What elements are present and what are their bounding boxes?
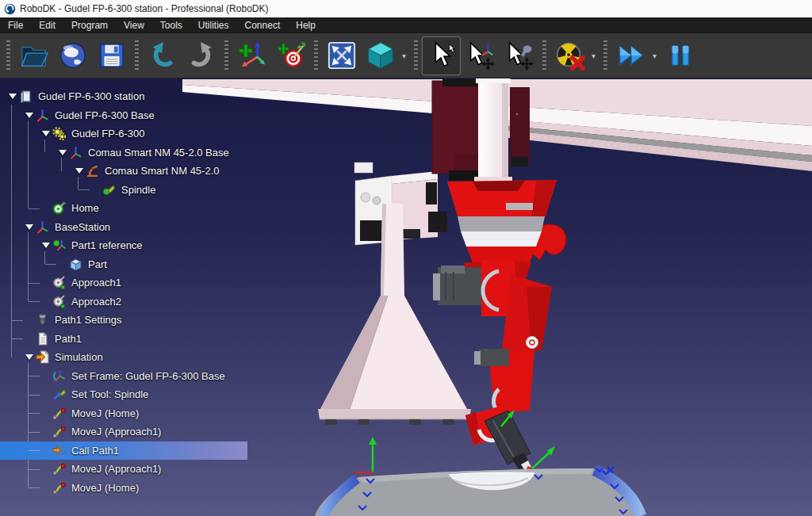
isometric-view-dropdown[interactable]: ▾ bbox=[400, 52, 408, 60]
add-reference-frame-button[interactable] bbox=[232, 36, 271, 75]
tree-item-part[interactable]: Part bbox=[0, 255, 117, 274]
toolbar-grip bbox=[414, 40, 418, 71]
expand-arrow[interactable] bbox=[6, 90, 19, 103]
tree-item-label: MoveJ (Approach1) bbox=[71, 463, 161, 475]
tree-connector-stub bbox=[29, 487, 40, 488]
move-reference-button[interactable] bbox=[461, 36, 500, 75]
tree-item-set-frame-gudel-fp-6-300-base[interactable]: Set Frame: Gudel FP-6-300 Base bbox=[0, 367, 235, 386]
arrow-spacer bbox=[40, 407, 52, 419]
tree-item-movej-home[interactable]: MoveJ (Home) bbox=[0, 404, 148, 423]
expand-arrow[interactable] bbox=[40, 239, 52, 252]
menu-edit[interactable]: Edit bbox=[31, 18, 63, 32]
robot-icon bbox=[86, 164, 101, 178]
expand-arrow[interactable] bbox=[23, 109, 36, 121]
select-button[interactable] bbox=[422, 36, 461, 75]
redo-button[interactable] bbox=[182, 36, 220, 75]
menu-tools[interactable]: Tools bbox=[152, 18, 190, 32]
fast-simulation-dropdown[interactable]: ▾ bbox=[650, 52, 659, 60]
add-target-icon bbox=[276, 40, 306, 71]
arrow-spacer bbox=[40, 426, 52, 438]
isometric-view-button[interactable] bbox=[361, 36, 400, 75]
tree-item-approach1[interactable]: Approach1 bbox=[0, 273, 131, 292]
frame-icon bbox=[36, 220, 51, 234]
tree-item-label: Call Path1 bbox=[71, 445, 119, 457]
target-home-icon bbox=[52, 201, 67, 215]
toolbar-grip bbox=[224, 40, 228, 71]
menu-help[interactable]: Help bbox=[288, 18, 324, 32]
document-icon bbox=[36, 332, 51, 346]
menu-utilities[interactable]: Utilities bbox=[190, 18, 237, 32]
expand-arrow[interactable] bbox=[56, 146, 69, 159]
add-target-button[interactable] bbox=[271, 36, 310, 75]
viewport-3d[interactable]: Gudel FP-6-300 stationGudel FP-6-300 Bas… bbox=[0, 78, 812, 516]
toolbar: ▾▾▾ bbox=[0, 33, 812, 78]
tree-connector-stub bbox=[45, 264, 56, 265]
tree-item-movej-home[interactable]: MoveJ (Home) bbox=[0, 479, 148, 498]
arrow-spacer bbox=[40, 295, 52, 308]
station-tree: Gudel FP-6-300 stationGudel FP-6-300 Bas… bbox=[0, 87, 265, 497]
check-collisions-button[interactable] bbox=[550, 36, 589, 75]
tree-connector-stub bbox=[29, 432, 40, 433]
tree-item-path1[interactable]: Path1 bbox=[0, 330, 91, 349]
tree-item-basestation[interactable]: BaseStation bbox=[0, 218, 120, 237]
open-button[interactable] bbox=[14, 36, 53, 75]
tree-item-label: Gudel FP-6-300 station bbox=[38, 90, 144, 102]
tree-item-label: Comau Smart NM 45-2.0 bbox=[105, 165, 220, 177]
expand-arrow[interactable] bbox=[73, 165, 86, 178]
tree-item-path1-settings[interactable]: Path1 Settings bbox=[0, 311, 132, 330]
tree-item-home[interactable]: Home bbox=[0, 199, 109, 218]
tree-item-gudel-fp-6-300-station[interactable]: Gudel FP-6-300 station bbox=[0, 87, 154, 106]
tree-connector-stub bbox=[29, 450, 40, 451]
expand-arrow[interactable] bbox=[23, 220, 36, 233]
undo-button[interactable] bbox=[143, 36, 182, 75]
menu-bar: FileEditProgramViewToolsUtilitiesConnect… bbox=[0, 17, 812, 33]
tree-item-label: Path1 bbox=[55, 333, 82, 345]
tree-item-label: Set Frame: Gudel FP-6-300 Base bbox=[71, 370, 225, 382]
tree-item-label: MoveJ (Home) bbox=[71, 482, 139, 494]
tree-item-set-tool-spindle[interactable]: Set Tool: Spindle bbox=[0, 385, 158, 404]
menu-view[interactable]: View bbox=[116, 18, 152, 32]
fit-view-button[interactable] bbox=[322, 36, 361, 75]
movej-icon bbox=[52, 462, 67, 476]
target-approach-icon bbox=[52, 276, 67, 289]
open-online-library-button[interactable] bbox=[53, 36, 92, 75]
tree-item-part1-reference[interactable]: Part1 reference bbox=[0, 236, 152, 255]
tool-icon bbox=[102, 183, 117, 197]
tree-connector-stub bbox=[12, 320, 23, 321]
target-approach-icon bbox=[52, 295, 67, 308]
arrow-spacer bbox=[40, 444, 52, 457]
expand-arrow[interactable] bbox=[23, 351, 36, 364]
window-title: RoboDK - Gudel FP-6-300 station - Profes… bbox=[20, 3, 268, 14]
open-folder-icon bbox=[19, 40, 49, 71]
tree-item-movej-approach1[interactable]: MoveJ (Approach1) bbox=[0, 460, 170, 479]
tree-item-spindle[interactable]: Spindle bbox=[0, 181, 165, 200]
tree-item-label: Approach1 bbox=[71, 277, 121, 289]
arrow-spacer bbox=[90, 183, 102, 196]
undo-icon bbox=[147, 40, 178, 71]
tree-item-approach2[interactable]: Approach2 bbox=[0, 292, 131, 312]
move-robot-button[interactable] bbox=[500, 36, 538, 75]
arrow-spacer bbox=[40, 369, 52, 382]
save-station-button[interactable] bbox=[92, 36, 131, 75]
tree-item-label: MoveJ (Home) bbox=[71, 407, 139, 419]
tree-item-gudel-fp-6-300-base[interactable]: Gudel FP-6-300 Base bbox=[0, 106, 164, 125]
menu-connect[interactable]: Connect bbox=[237, 18, 289, 32]
tree-item-movej-approach1[interactable]: MoveJ (Approach1) bbox=[0, 422, 170, 441]
fast-simulation-button[interactable] bbox=[611, 36, 650, 75]
pause-simulation-button[interactable] bbox=[661, 36, 699, 75]
arrow-spacer bbox=[40, 463, 52, 476]
tree-item-comau-smart-nm-45-2-0[interactable]: Comau Smart NM 45-2.0 bbox=[0, 162, 229, 181]
check-collisions-dropdown[interactable]: ▾ bbox=[589, 52, 598, 60]
tree-item-gudel-fp-6-300[interactable]: Gudel FP-6-300 bbox=[0, 124, 155, 143]
expand-arrow[interactable] bbox=[40, 128, 52, 140]
movej-icon bbox=[52, 481, 67, 495]
menu-program[interactable]: Program bbox=[63, 18, 116, 32]
tree-item-call-path1[interactable]: Call Path1 bbox=[0, 441, 247, 461]
tree-item-comau-smart-nm-45-2-0-base[interactable]: Comau Smart NM 45-2.0 Base bbox=[0, 143, 239, 162]
tree-item-simulation[interactable]: Simulation bbox=[0, 348, 113, 367]
menu-file[interactable]: File bbox=[0, 18, 31, 32]
tree-item-label: Part1 reference bbox=[71, 239, 143, 251]
mechanism-icon bbox=[52, 127, 67, 140]
fit-view-icon bbox=[327, 40, 357, 71]
tree-connector-stub bbox=[29, 283, 40, 284]
